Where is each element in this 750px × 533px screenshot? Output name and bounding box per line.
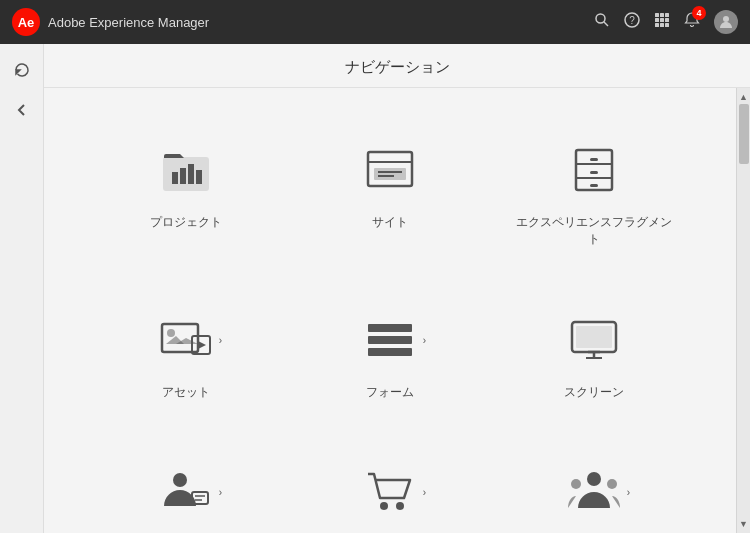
assets-icon: › [154,308,218,372]
svg-point-45 [173,473,187,487]
content-inner: プロジェクト サイト [44,88,750,533]
nav-item-communities[interactable]: › コミュニティ [492,430,696,533]
nav-item-forms[interactable]: › フォーム [288,278,492,431]
svg-rect-6 [665,13,669,17]
svg-rect-16 [172,172,178,184]
vertical-scrollbar[interactable]: ▲ ▼ [736,88,750,533]
svg-point-32 [167,329,175,337]
scroll-track[interactable] [737,104,751,517]
svg-point-13 [723,16,729,22]
nav-item-experience-fragments[interactable]: エクスペリエンスフラグメント [492,108,696,278]
navigation-header: ナビゲーション [44,44,750,88]
svg-rect-41 [576,326,612,348]
app-title: Adobe Experience Manager [48,15,209,30]
app-header: Ae Adobe Experience Manager ? [0,0,750,44]
nav-item-sites[interactable]: サイト [288,108,492,278]
projects-icon [154,138,218,202]
sites-label: サイト [372,214,408,231]
projects-label: プロジェクト [150,214,222,231]
notification-badge: 4 [692,6,706,20]
svg-rect-7 [655,18,659,22]
svg-rect-22 [374,168,406,180]
svg-rect-37 [368,324,412,332]
svg-rect-11 [660,23,664,27]
svg-rect-17 [180,168,186,184]
svg-rect-28 [590,158,598,161]
nav-grid: プロジェクト サイト [84,108,696,533]
nav-item-personalization[interactable]: › パーソナライズ機能 [84,430,288,533]
svg-point-51 [587,472,601,486]
svg-point-0 [596,14,605,23]
screens-icon [562,308,626,372]
svg-point-52 [571,479,581,489]
search-icon[interactable] [594,12,610,32]
scroll-up-arrow[interactable]: ▲ [737,90,751,104]
commerce-icon: › [358,460,422,524]
svg-point-50 [396,502,404,510]
svg-point-53 [607,479,617,489]
adobe-logo-icon: Ae [12,8,40,36]
svg-rect-30 [590,184,598,187]
scroll-thumb[interactable] [739,104,749,164]
personalization-icon: › [154,460,218,524]
main-layout: ナビゲーション [0,44,750,533]
svg-rect-18 [188,164,194,184]
svg-rect-38 [368,336,412,344]
communities-icon: › [562,460,626,524]
screens-label: スクリーン [564,384,624,401]
nav-grid-container: プロジェクト サイト [44,88,736,533]
nav-item-projects[interactable]: プロジェクト [84,108,288,278]
back-button[interactable] [6,94,38,126]
svg-rect-29 [590,171,598,174]
svg-marker-14 [16,70,20,74]
assets-chevron: › [219,334,222,345]
nav-item-assets[interactable]: › アセット [84,278,288,431]
svg-rect-4 [655,13,659,17]
svg-rect-19 [196,170,202,184]
experience-fragments-label: エクスペリエンスフラグメント [512,214,676,248]
notifications-icon[interactable]: 4 [684,12,700,32]
help-icon[interactable]: ? [624,12,640,32]
forms-icon: › [358,308,422,372]
user-avatar[interactable] [714,10,738,34]
personalization-chevron: › [219,487,222,498]
content-area: ナビゲーション [44,44,750,533]
communities-chevron: › [627,487,630,498]
left-sidebar [0,44,44,533]
forms-label: フォーム [366,384,414,401]
commerce-chevron: › [423,487,426,498]
svg-rect-39 [368,348,412,356]
svg-text:?: ? [629,15,635,26]
logo-area: Ae Adobe Experience Manager [12,8,209,36]
experience-fragments-icon [562,138,626,202]
apps-icon[interactable] [654,12,670,32]
svg-rect-10 [655,23,659,27]
assets-label: アセット [162,384,210,401]
svg-line-1 [604,22,608,26]
header-actions: ? 4 [594,10,738,34]
svg-point-49 [380,502,388,510]
svg-rect-12 [665,23,669,27]
sites-icon [358,138,422,202]
svg-marker-36 [198,341,206,349]
nav-item-screens[interactable]: スクリーン [492,278,696,431]
nav-item-commerce[interactable]: › コマース [288,430,492,533]
svg-rect-8 [660,18,664,22]
svg-rect-5 [660,13,664,17]
refresh-button[interactable] [6,54,38,86]
forms-chevron: › [423,334,426,345]
scroll-down-arrow[interactable]: ▼ [737,517,751,531]
svg-rect-9 [665,18,669,22]
